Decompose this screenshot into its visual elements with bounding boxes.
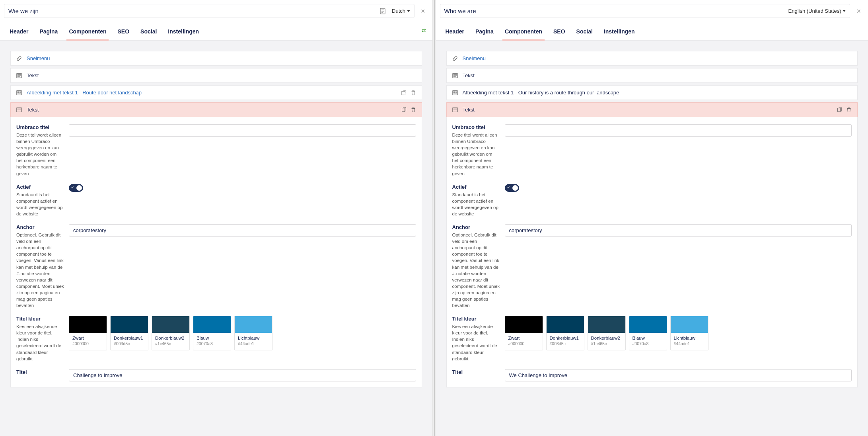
field-anchor: Anchor Optioneel. Gebruik dit veld om ee… <box>16 224 416 309</box>
color-swatch[interactable]: Blauw#0070a8 <box>629 316 667 350</box>
open-external-icon[interactable] <box>401 90 407 96</box>
page-title: Wie we zijn <box>8 8 377 14</box>
page-title: Who we are <box>444 8 782 14</box>
pane-right: Who we are English (United States) × Hea… <box>436 0 868 436</box>
field-titel-kleur: Titel kleur Kies een afwijkende kleur vo… <box>452 316 852 362</box>
split-gutter[interactable] <box>432 0 436 436</box>
swatch-name: Blauw <box>633 335 664 341</box>
anchor-input[interactable] <box>69 224 416 237</box>
tab-pagina[interactable]: Pagina <box>475 23 494 40</box>
titel-input[interactable] <box>505 369 852 381</box>
field-label: Titel <box>452 369 500 375</box>
tab-pagina[interactable]: Pagina <box>39 23 58 40</box>
tab-instellingen[interactable]: Instellingen <box>604 23 635 40</box>
swatch-color <box>588 316 625 333</box>
color-swatch[interactable]: Lichtblauw#44ade1 <box>670 316 708 350</box>
text-block-icon <box>16 73 22 78</box>
field-anchor: Anchor Optioneel. Gebruik dit veld om ee… <box>452 224 852 309</box>
tab-componenten[interactable]: Componenten <box>69 23 106 40</box>
block-tekst-expanded-header[interactable]: Tekst <box>10 102 422 117</box>
color-swatch[interactable]: Zwart#000000 <box>505 316 543 350</box>
block-tekst-1[interactable]: Tekst <box>10 68 422 83</box>
block-label: Tekst <box>27 72 39 78</box>
swatch-meta: Blauw#0070a8 <box>193 333 231 350</box>
close-pane-button[interactable]: × <box>421 8 425 15</box>
field-label: Anchor <box>16 224 64 230</box>
swatch-name: Donkerblauw2 <box>155 335 186 341</box>
delete-icon[interactable] <box>411 90 416 96</box>
pane-header-right: Who we are English (United States) × <box>436 0 868 19</box>
chevron-down-icon <box>407 10 410 12</box>
field-umbraco-titel: Umbraco titel Deze titel wordt alleen bi… <box>452 124 852 177</box>
sync-icon[interactable]: ⇄ <box>422 27 426 33</box>
block-tekst-expanded-body: Umbraco titel Deze titel wordt alleen bi… <box>10 117 422 387</box>
swatch-color <box>671 316 708 333</box>
tab-instellingen[interactable]: Instellingen <box>168 23 199 40</box>
close-pane-button[interactable]: × <box>856 8 861 15</box>
copy-icon[interactable] <box>837 107 842 113</box>
tab-seo[interactable]: SEO <box>553 23 565 40</box>
color-swatch[interactable]: Donkerblauw2#1c465c <box>152 316 190 350</box>
tabs-left: Header Pagina Componenten SEO Social Ins… <box>0 23 432 41</box>
actief-toggle[interactable]: ✓ <box>505 184 519 192</box>
swatch-meta: Donkerblauw2#1c465c <box>588 333 625 350</box>
field-description: Deze titel wordt alleen binnen Umbraco w… <box>16 132 64 177</box>
delete-icon[interactable] <box>411 107 416 113</box>
umbraco-titel-input[interactable] <box>69 124 416 137</box>
pane-body-right: Snelmenu Tekst Afbeelding met tekst 1 - … <box>436 41 868 436</box>
tab-componenten[interactable]: Componenten <box>505 23 542 40</box>
swatch-name: Donkerblauw2 <box>591 335 622 341</box>
swatch-color <box>69 316 107 333</box>
field-label: Anchor <box>452 224 500 230</box>
umbraco-titel-input[interactable] <box>505 124 852 137</box>
actief-toggle[interactable]: ✓ <box>69 184 83 192</box>
anchor-input[interactable] <box>505 224 852 237</box>
color-swatch[interactable]: Donkerblauw1#003d5c <box>546 316 584 350</box>
text-block-icon <box>452 73 458 78</box>
page-title-input[interactable]: Who we are English (United States) <box>440 4 850 18</box>
tab-seo[interactable]: SEO <box>117 23 129 40</box>
swatch-color <box>111 316 148 333</box>
block-afbeelding[interactable]: Afbeelding met tekst 1 - Our history is … <box>446 85 858 100</box>
toggle-knob <box>512 185 518 191</box>
svg-rect-32 <box>838 108 841 111</box>
color-swatch[interactable]: Donkerblauw2#1c465c <box>588 316 626 350</box>
field-label: Titel kleur <box>452 316 500 322</box>
swatch-name: Donkerblauw1 <box>550 335 581 341</box>
tab-social[interactable]: Social <box>140 23 157 40</box>
swatch-hex: #000000 <box>508 341 539 347</box>
color-swatch[interactable]: Lichtblauw#44ade1 <box>234 316 272 350</box>
language-selector[interactable]: English (United States) <box>788 8 846 14</box>
titel-input[interactable] <box>69 369 416 381</box>
block-afbeelding[interactable]: Afbeelding met tekst 1 - Route door het … <box>10 85 422 100</box>
swatch-name: Blauw <box>197 335 228 341</box>
block-snelmenu[interactable]: Snelmenu <box>10 51 422 66</box>
block-snelmenu[interactable]: Snelmenu <box>446 51 858 66</box>
field-label: Umbraco titel <box>16 124 64 130</box>
page-title-input[interactable]: Wie we zijn Dutch <box>4 4 415 18</box>
color-swatch[interactable]: Blauw#0070a8 <box>193 316 231 350</box>
info-icon[interactable] <box>380 8 385 14</box>
swatch-name: Lichtblauw <box>674 335 705 341</box>
block-tekst-1[interactable]: Tekst <box>446 68 858 83</box>
swatch-color <box>547 316 584 333</box>
swatch-color <box>152 316 189 333</box>
toggle-knob <box>76 185 82 191</box>
language-selector[interactable]: Dutch <box>392 8 410 14</box>
tab-social[interactable]: Social <box>576 23 593 40</box>
tab-header[interactable]: Header <box>10 23 28 40</box>
copy-icon[interactable] <box>401 107 407 113</box>
color-swatch[interactable]: Zwart#000000 <box>69 316 107 350</box>
swatch-meta: Donkerblauw1#003d5c <box>547 333 584 350</box>
check-icon: ✓ <box>507 185 510 190</box>
field-label: Actief <box>452 184 500 190</box>
tabs-right: Header Pagina Componenten SEO Social Ins… <box>436 23 868 41</box>
swatch-color <box>193 316 231 333</box>
field-description: Kies een afwijkende kleur voor de titel.… <box>16 323 64 362</box>
pane-body-left: Snelmenu Tekst Afbeelding met tekst 1 - … <box>0 41 432 436</box>
block-tekst-expanded-header[interactable]: Tekst <box>446 102 858 117</box>
color-swatch[interactable]: Donkerblauw1#003d5c <box>110 316 148 350</box>
field-label: Titel <box>16 369 64 375</box>
tab-header[interactable]: Header <box>446 23 464 40</box>
delete-icon[interactable] <box>846 107 852 113</box>
